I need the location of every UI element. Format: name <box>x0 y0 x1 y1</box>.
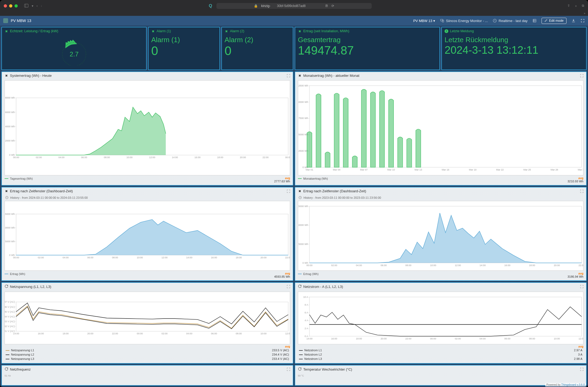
frequency-card: Netzfrequenz 51 Hz <box>1 365 293 386</box>
svg-text:08:00: 08:00 <box>405 264 412 266</box>
sidebar-toggle-icon[interactable] <box>24 4 28 8</box>
alarm-2-header: Alarm (2) <box>230 29 244 33</box>
tw1-history-row[interactable]: History - from 2024-03-11 00:00:00 to 20… <box>5 196 290 201</box>
fan-icon <box>225 29 228 33</box>
tabs-icon[interactable]: ⧉ <box>582 4 584 8</box>
tw2-history-row[interactable]: History - from 2023-03-11 00:00:00 to 20… <box>298 196 583 201</box>
edit-mode-button[interactable]: Edit mode <box>542 18 567 24</box>
svg-text:18:00: 18:00 <box>217 156 223 159</box>
svg-text:12:00: 12:00 <box>161 256 168 259</box>
avg-label: avg <box>568 176 583 180</box>
clock-icon <box>5 196 9 200</box>
fan-icon <box>298 29 302 33</box>
table-row: Netzstrom L12.97 A <box>298 348 583 352</box>
table-row: Netzspannung L3233.4 V (AC) <box>5 357 290 361</box>
timewindow-selector[interactable]: Realtime - last day <box>493 19 528 23</box>
gauge-title: Echtzeit: Leistung / Ertrag (kW) <box>10 29 58 33</box>
entity-selector[interactable]: Siincos Energy Monitor - ... <box>440 19 488 23</box>
svg-text:18:00: 18:00 <box>529 264 535 266</box>
svg-text:Mar 22: Mar 22 <box>496 168 504 171</box>
svg-text:Mar 25: Mar 25 <box>523 168 531 171</box>
dashboard-state-selector[interactable]: PV MBW 13 ▾ <box>413 19 435 23</box>
svg-text:00:00: 00:00 <box>430 337 436 340</box>
svg-text:4 A: 4 A <box>305 319 308 322</box>
reader-icon[interactable]: 🖹 <box>325 4 328 8</box>
tw2-chart: 0 Wh5000 Wh10000 Wh15000 Wh00:0002:0004:… <box>298 201 583 271</box>
voltage-legend-table: Netzspannung L1233.5 V (AC) Netzspannung… <box>5 348 290 361</box>
svg-text:14:00: 14:00 <box>306 337 313 340</box>
tw1-legend: Ertrag (Wh) <box>5 272 25 276</box>
fullscreen-widget-icon[interactable] <box>580 189 584 193</box>
gauge-dial: 2.7 <box>58 39 90 66</box>
svg-text:10000 Wh: 10000 Wh <box>298 224 308 226</box>
month-chart: 0 Wh2500 Wh5000 Wh7500 Wh10000 Wh12500 W… <box>298 80 583 175</box>
svg-text:16:00: 16:00 <box>211 256 217 259</box>
svg-text:Mar 28: Mar 28 <box>551 168 558 171</box>
svg-text:06:00: 06:00 <box>381 264 387 266</box>
avg-label: avg <box>298 345 583 348</box>
temperature-card: Temperatur Wechselrichter (°C) 50 °C <box>295 365 587 386</box>
info-icon: i <box>445 29 448 33</box>
nav-back-icon[interactable]: ‹ <box>37 4 38 8</box>
fullscreen-widget-icon[interactable] <box>286 367 291 371</box>
new-tab-icon[interactable]: ＋ <box>574 4 578 8</box>
tw2-title: Ertrag nach Zeitfenster (Dashboard-Zeit) <box>303 189 366 193</box>
svg-text:22:00: 22:00 <box>262 156 269 159</box>
thingsboard-link[interactable]: Thingsboard v.3.6.0 <box>561 383 585 386</box>
expand-dashboard-icon[interactable] <box>532 19 537 23</box>
svg-text:10:00: 10:00 <box>137 256 143 259</box>
fullscreen-widget-icon[interactable] <box>580 74 584 78</box>
today-chart-title: Systemertrag (Wh) - Heute <box>10 74 52 78</box>
alarm-1-value: 0 <box>151 44 217 58</box>
svg-text:00:00: 00:00 <box>13 156 19 159</box>
svg-text:236 V (AC): 236 V (AC) <box>5 306 15 308</box>
maximize-window-button[interactable] <box>15 4 18 8</box>
fan-icon <box>298 189 302 193</box>
export-icon[interactable] <box>571 19 576 23</box>
fullscreen-widget-icon[interactable] <box>580 284 584 289</box>
reload-icon[interactable]: ⟳ <box>331 4 334 8</box>
svg-text:12:00: 12:00 <box>149 156 155 159</box>
browser-url-bar[interactable]: Q 🔒 kinzig- 30bf-5d99cbd87ad8 🖹 ⟳ <box>216 3 371 9</box>
table-row: Netzspannung L1233.5 V (AC) <box>5 348 290 352</box>
svg-text:10:00: 10:00 <box>127 156 133 159</box>
svg-text:234 V (AC): 234 V (AC) <box>5 315 15 318</box>
month-chart-card: Monatsertrag (Wh) - aktueller Monat 0 Wh… <box>295 71 587 186</box>
svg-text:06:00: 06:00 <box>504 337 510 340</box>
svg-text:22:00: 22:00 <box>112 332 118 335</box>
traffic-lights <box>4 4 18 8</box>
svg-text:06:00: 06:00 <box>87 256 93 259</box>
table-row: Netzspannung L2234.4 V (AC) <box>5 352 290 357</box>
alarm-2-label: Alarm (2) <box>225 36 290 44</box>
nav-forward-icon[interactable]: › <box>41 4 42 8</box>
svg-rect-54 <box>309 86 582 167</box>
fullscreen-widget-icon[interactable] <box>580 367 584 371</box>
svg-text:00:00: 00:00 <box>285 156 290 159</box>
lock-icon: 🔒 <box>254 4 258 8</box>
chevron-down-icon[interactable]: ▾ <box>32 4 33 8</box>
update-icon <box>298 284 302 289</box>
svg-text:22:00: 22:00 <box>579 264 583 266</box>
fullscreen-widget-icon[interactable] <box>286 284 291 289</box>
total-yield-card: Ertrag (seit Installation, MWh) Gesamter… <box>295 27 440 70</box>
mac-window-chrome: ▾ ‹ › Q 🔒 kinzig- 30bf-5d99cbd87ad8 🖹 ⟳ … <box>0 0 588 12</box>
svg-text:20:00: 20:00 <box>240 156 246 159</box>
svg-text:00:00: 00:00 <box>306 264 313 266</box>
update-icon <box>298 367 302 372</box>
svg-text:5000 Wh: 5000 Wh <box>298 133 308 136</box>
close-window-button[interactable] <box>4 4 7 8</box>
share-icon[interactable]: ⇪ <box>567 4 570 8</box>
overflow-chevron[interactable]: » <box>0 12 588 16</box>
fullscreen-widget-icon[interactable] <box>286 74 291 78</box>
fullscreen-icon[interactable] <box>580 19 585 23</box>
fullscreen-widget-icon[interactable] <box>286 189 291 193</box>
url-host: kinzig- <box>261 4 270 8</box>
svg-text:5000 Wh: 5000 Wh <box>5 240 15 243</box>
svg-text:15000 Wh: 15000 Wh <box>5 212 15 215</box>
svg-text:5000 Wh: 5000 Wh <box>298 243 308 245</box>
tw1-avg-value: 4593.85 Wh <box>274 275 290 278</box>
gauge-card: Echtzeit: Leistung / Ertrag (kW) <box>1 27 147 70</box>
svg-text:Mar 04: Mar 04 <box>333 168 340 171</box>
current-legend-table: Netzstrom L12.97 A Netzstrom L23 A Netzs… <box>298 348 583 361</box>
minimize-window-button[interactable] <box>9 4 12 8</box>
